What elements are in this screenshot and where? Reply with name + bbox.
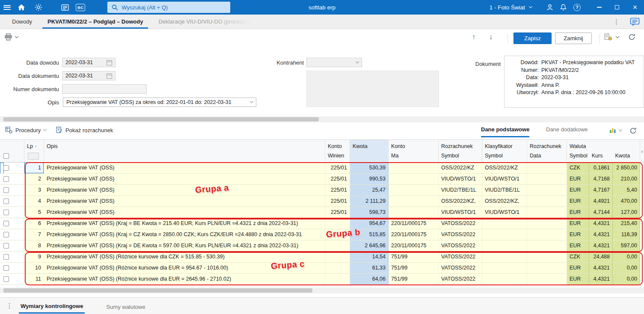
tab-dane-podstawowe[interactable]: Dane podstawowe — [481, 126, 529, 137]
data-dokumentu-label: Data dokumentu — [9, 73, 59, 79]
grid-refresh-button[interactable] — [629, 127, 637, 134]
numer-dokumentu-input[interactable] — [62, 84, 147, 94]
row-checkbox[interactable] — [3, 254, 9, 260]
row-select-cell[interactable] — [0, 163, 24, 173]
window-close-button[interactable]: × — [626, 0, 644, 15]
row-checkbox[interactable] — [3, 265, 9, 271]
row-checkbox[interactable] — [3, 221, 9, 226]
refresh-button[interactable] — [628, 33, 635, 41]
row-checkbox[interactable] — [3, 243, 9, 249]
row-select-cell[interactable] — [0, 229, 24, 240]
cell-lp: 3 — [24, 185, 44, 196]
move-down-button[interactable]: ↓ — [489, 33, 493, 41]
row-checkbox[interactable] — [3, 210, 9, 215]
hamburger-icon — [3, 4, 11, 11]
cell-rozrachunek_data — [527, 240, 567, 251]
chat-button[interactable] — [630, 18, 640, 27]
data-dowodu-input[interactable]: 2022-03-31 — [62, 58, 116, 67]
help-button[interactable]: ? — [570, 0, 584, 15]
header-waluta-group[interactable]: Waluta Symbol Kurs Kwota — [567, 140, 640, 162]
tab-wymiary-kontrolingowe[interactable]: Wymiary kontrolingowe — [19, 298, 85, 314]
tabbar-more-button[interactable]: ⋮ — [611, 18, 622, 26]
table-row[interactable]: 1Przeksięgowanie VAT (OSS)225/01530,39OS… — [0, 163, 640, 174]
table-row[interactable]: 2Przeksięgowanie VAT (OSS)225/01990,53VI… — [0, 174, 640, 185]
cell-kwota2: 0,00 — [613, 263, 640, 273]
header-kwota[interactable]: Kwota — [350, 140, 389, 162]
row-checkbox[interactable] — [3, 276, 9, 282]
notifications-button[interactable] — [557, 0, 570, 15]
cell-kwota2: 5,40 — [613, 185, 640, 196]
header-rozrachunek-data[interactable]: RozrachunekData — [527, 140, 567, 162]
save-button[interactable]: Zapisz — [513, 33, 552, 44]
chart-view-button[interactable] — [609, 127, 622, 133]
header-select-all[interactable] — [0, 140, 24, 162]
row-select-cell[interactable] — [0, 274, 24, 284]
header-klasyfikator-symbol[interactable]: KlasyfikatorSymbol — [482, 140, 527, 162]
row-select-cell[interactable] — [0, 185, 24, 196]
user-button[interactable] — [543, 0, 557, 15]
opis-input[interactable]: Przeksięgowanie VAT (OSS) za okres od: 2… — [63, 98, 256, 107]
row-select-cell[interactable] — [0, 207, 24, 218]
row-checkbox[interactable] — [3, 187, 9, 193]
header-opis[interactable]: Opis — [44, 140, 325, 162]
row-select-cell[interactable] — [0, 252, 24, 262]
hamburger-menu-button[interactable] — [0, 0, 14, 15]
table-row[interactable]: 4Przeksięgowanie VAT (OSS)225/012 111,29… — [0, 196, 640, 207]
company-selector[interactable]: 1 - Foto Świat — [490, 4, 532, 11]
settings-button[interactable] — [31, 0, 46, 15]
row-select-cell[interactable] — [0, 196, 24, 207]
procedury-button[interactable]: Procedury — [5, 127, 46, 133]
tab-dane-dodatkowe[interactable]: Dane dodatkowe — [546, 126, 588, 133]
tab-deklaracje-viud[interactable]: Deklaracje VIU-D/VIU-DO (procedura — [151, 15, 258, 29]
move-up-button[interactable]: ↑ — [472, 33, 476, 41]
cell-waluta: CZK — [567, 252, 589, 262]
table-row[interactable]: 8Przeksięgowanie VAT (OSS) (Kraj = DE Kw… — [0, 240, 640, 252]
tab-pkvat-podglad[interactable]: PKVAT/M0/22/2 – Podgląd – Dowody — [40, 15, 151, 29]
form-horizontal-scrollbar[interactable] — [0, 116, 644, 122]
bc-module-button[interactable]: BC — [72, 0, 89, 15]
tab-sumy-walutowe[interactable]: Sumy walutowe — [104, 298, 147, 314]
window-maximize-button[interactable] — [608, 0, 626, 15]
data-dokumentu-input[interactable]: 2022-03-31 — [62, 71, 116, 80]
select-all-checkbox[interactable] — [3, 153, 9, 159]
row-checkbox[interactable] — [3, 232, 9, 237]
collapse-panel-arrow[interactable]: ‹ — [640, 140, 644, 162]
home-button[interactable] — [14, 0, 29, 15]
table-row[interactable]: 6Przeksięgowanie VAT (OSS) (Kraj = BE Kw… — [0, 218, 640, 229]
scrollbar-thumb[interactable] — [3, 288, 312, 293]
news-panel-button[interactable] — [58, 0, 72, 15]
cell-waluta: CZK — [567, 163, 589, 173]
cell-lp: 10 — [24, 263, 44, 273]
row-checkbox[interactable] — [3, 165, 9, 171]
table-row[interactable]: 5Przeksięgowanie VAT (OSS)225/01598,73VI… — [0, 207, 640, 218]
header-lp[interactable]: Lp↑ — [24, 140, 44, 162]
row-checkbox[interactable] — [3, 198, 9, 204]
row-select-cell[interactable] — [0, 174, 24, 184]
row-select-cell[interactable] — [0, 218, 24, 229]
table-horizontal-scrollbar[interactable] — [0, 287, 644, 293]
header-konto-ma[interactable]: KontoMa — [389, 140, 439, 162]
pokaz-rozrachunek-button[interactable]: Pokaż rozrachunek — [56, 127, 113, 133]
print-button[interactable] — [4, 33, 18, 41]
lp-filter-box[interactable] — [28, 153, 39, 160]
row-select-cell[interactable] — [0, 263, 24, 273]
row-checkbox[interactable] — [3, 176, 9, 182]
table-row[interactable]: 10Przeksięgowanie VAT (OSS) (Różnice kur… — [0, 263, 640, 274]
table-row[interactable]: 3Przeksięgowanie VAT (OSS)225/0125,47VIU… — [0, 185, 640, 196]
row-select-cell[interactable] — [0, 240, 24, 251]
search-input[interactable] — [122, 4, 226, 11]
global-search[interactable] — [107, 2, 230, 13]
header-rozrachunek-symbol[interactable]: RozrachunekSymbol — [439, 140, 482, 162]
tab-dowody[interactable]: Dowody — [4, 15, 40, 29]
window-minimize-button[interactable] — [590, 0, 608, 15]
table-row[interactable]: 11Przeksięgowanie VAT (OSS) (Różnice kur… — [0, 274, 640, 285]
kontrahent-select[interactable] — [306, 58, 362, 67]
bottom-more-button[interactable]: ⋮ — [0, 298, 19, 314]
header-konto-winien[interactable]: KontoWinien — [325, 140, 350, 162]
cell-rozrachunek_data — [527, 196, 567, 207]
scrollbar-thumb[interactable] — [3, 117, 319, 121]
operations-button[interactable] — [604, 33, 619, 41]
close-document-button[interactable]: Zamknij — [555, 33, 592, 44]
table-row[interactable]: 7Przeksięgowanie VAT (OSS) (Kraj = CZ Kw… — [0, 229, 640, 240]
table-row[interactable]: 9Przeksięgowanie VAT (OSS) (Różnice kurs… — [0, 252, 640, 263]
